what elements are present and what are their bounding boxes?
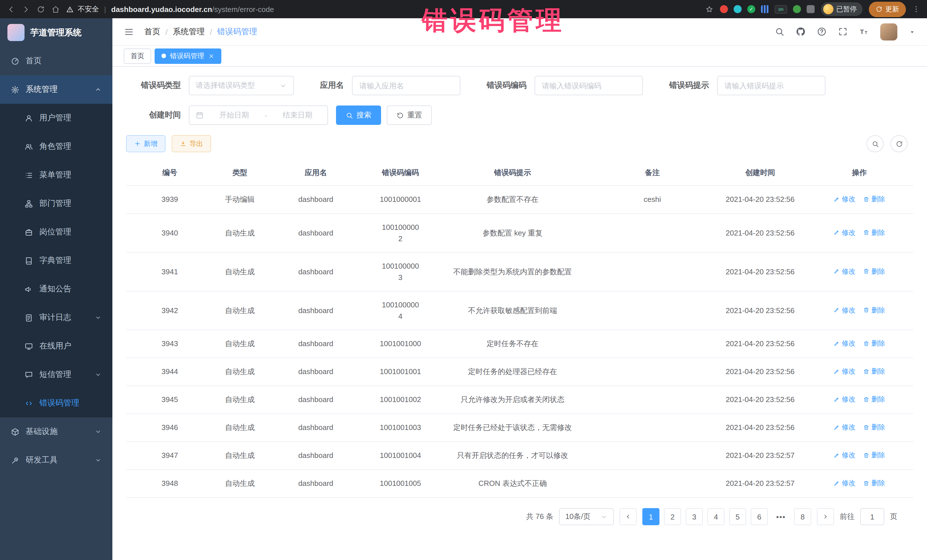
cell-message: CRON 表达式不正确 bbox=[436, 470, 590, 498]
delete-link[interactable]: 删除 bbox=[863, 366, 885, 376]
app-logo-row[interactable]: 芋道管理系统 bbox=[0, 18, 112, 47]
sidebar-item-roles[interactable]: 角色管理 bbox=[0, 132, 112, 161]
toggle-search-button[interactable] bbox=[866, 135, 884, 152]
page-button-4[interactable]: 4 bbox=[707, 508, 725, 525]
cell-time: 2021-04-20 23:52:56 bbox=[715, 186, 805, 214]
sidebar-item-menus[interactable]: 菜单管理 bbox=[0, 161, 112, 189]
browser-back-icon[interactable] bbox=[7, 5, 15, 14]
edit-link[interactable]: 修改 bbox=[834, 366, 856, 376]
close-icon[interactable] bbox=[208, 53, 214, 59]
bookmark-star-icon[interactable] bbox=[705, 5, 714, 14]
delete-link[interactable]: 删除 bbox=[863, 266, 885, 276]
edit-link[interactable]: 修改 bbox=[834, 478, 856, 488]
browser-profile-badge[interactable]: 已暂停 bbox=[821, 2, 863, 16]
tab-home[interactable]: 首页 bbox=[124, 48, 151, 64]
tab-error-codes[interactable]: 错误码管理 bbox=[155, 48, 221, 64]
browser-forward-icon[interactable] bbox=[22, 5, 30, 14]
delete-icon bbox=[863, 480, 870, 486]
delete-link[interactable]: 删除 bbox=[863, 305, 885, 315]
help-icon[interactable] bbox=[817, 27, 827, 36]
page-button-8[interactable]: 8 bbox=[794, 508, 811, 525]
create-time-range-picker[interactable]: 开始日期 - 结束日期 bbox=[189, 106, 328, 125]
font-size-icon[interactable]: TT bbox=[859, 27, 869, 36]
edit-link[interactable]: 修改 bbox=[834, 338, 856, 348]
extension-red-icon[interactable] bbox=[720, 5, 728, 13]
cell-remark bbox=[590, 252, 715, 291]
search-button[interactable]: 搜索 bbox=[336, 106, 381, 125]
extension-green-icon[interactable] bbox=[793, 5, 801, 13]
fullscreen-icon[interactable] bbox=[838, 27, 848, 36]
edit-link[interactable]: 修改 bbox=[834, 266, 856, 276]
avatar-caret-icon[interactable] bbox=[909, 28, 916, 35]
edit-link[interactable]: 修改 bbox=[834, 227, 856, 238]
user-avatar[interactable] bbox=[880, 23, 897, 40]
sidebar-item-sms[interactable]: 短信管理 bbox=[0, 360, 112, 389]
sidebar-item-error-codes[interactable]: 错误码管理 bbox=[0, 389, 112, 417]
goto-page-input[interactable] bbox=[860, 508, 884, 525]
page-button-3[interactable]: 3 bbox=[686, 508, 703, 525]
prev-page-button[interactable] bbox=[620, 508, 637, 525]
extension-on-badge[interactable]: on bbox=[775, 5, 787, 14]
delete-link[interactable]: 删除 bbox=[863, 338, 885, 348]
error-type-select[interactable]: 请选择错误码类型 bbox=[189, 76, 294, 95]
extension-green-check-icon[interactable] bbox=[747, 5, 755, 13]
page-button-6[interactable]: 6 bbox=[751, 508, 768, 525]
delete-link[interactable]: 删除 bbox=[863, 227, 885, 238]
page-button-1[interactable]: 1 bbox=[642, 508, 660, 525]
delete-link[interactable]: 删除 bbox=[863, 478, 885, 488]
edit-link[interactable]: 修改 bbox=[834, 394, 856, 404]
breadcrumb-item[interactable]: 系统管理 bbox=[173, 27, 205, 37]
extensions-puzzle-icon[interactable] bbox=[807, 5, 815, 13]
next-page-button[interactable] bbox=[817, 508, 834, 525]
error-message-input[interactable] bbox=[717, 76, 825, 95]
edit-link[interactable]: 修改 bbox=[834, 422, 856, 432]
sidebar-item-dev-tools[interactable]: 研发工具 bbox=[0, 446, 112, 475]
refresh-table-button[interactable] bbox=[891, 135, 907, 152]
delete-link[interactable]: 删除 bbox=[863, 394, 885, 404]
github-icon[interactable] bbox=[796, 27, 805, 36]
edit-icon bbox=[834, 452, 840, 458]
table-row: 3940自动生成dashboard100100000 2参数配置 key 重复2… bbox=[126, 214, 913, 252]
collapse-sidebar-icon[interactable] bbox=[124, 27, 134, 37]
cell-message: 定时任务不存在 bbox=[436, 330, 590, 358]
add-button[interactable]: 新增 bbox=[126, 135, 166, 152]
sidebar-item-infrastructure[interactable]: 基础设施 bbox=[0, 417, 112, 446]
export-button[interactable]: 导出 bbox=[172, 135, 211, 152]
sidebar-item-home[interactable]: 首页 bbox=[0, 47, 112, 75]
edit-link[interactable]: 修改 bbox=[834, 450, 856, 460]
error-code-input[interactable] bbox=[535, 76, 643, 95]
sidebar-item-notices[interactable]: 通知公告 bbox=[0, 275, 112, 304]
sidebar-item-system[interactable]: 系统管理 bbox=[0, 75, 112, 104]
sidebar-item-dictionaries[interactable]: 字典管理 bbox=[0, 246, 112, 275]
cell-id: 3944 bbox=[126, 358, 213, 386]
browser-reload-icon[interactable] bbox=[36, 5, 45, 14]
page-button-5[interactable]: 5 bbox=[729, 508, 746, 525]
page-ellipsis[interactable]: ••• bbox=[772, 508, 790, 525]
sidebar-item-online-users[interactable]: 在线用户 bbox=[0, 332, 112, 360]
edit-link[interactable]: 修改 bbox=[834, 194, 856, 204]
update-label: 更新 bbox=[885, 4, 899, 14]
extension-stats-icon[interactable] bbox=[761, 5, 769, 13]
reset-button[interactable]: 重置 bbox=[387, 106, 432, 125]
extension-teal-icon[interactable] bbox=[734, 5, 742, 13]
delete-link[interactable]: 删除 bbox=[863, 450, 885, 460]
sidebar-item-label: 系统管理 bbox=[26, 84, 58, 95]
edit-icon bbox=[834, 396, 840, 402]
address-bar[interactable]: 不安全 | dashboard.yudao.iocoder.cn/system/… bbox=[66, 4, 274, 14]
sidebar-item-users[interactable]: 用户管理 bbox=[0, 104, 112, 132]
browser-home-icon[interactable] bbox=[51, 5, 60, 14]
header-search-icon[interactable] bbox=[775, 27, 784, 36]
sidebar-item-audit-logs[interactable]: 审计日志 bbox=[0, 304, 112, 332]
sidebar-item-positions[interactable]: 岗位管理 bbox=[0, 218, 112, 246]
page-button-2[interactable]: 2 bbox=[664, 508, 681, 525]
delete-link[interactable]: 删除 bbox=[863, 422, 885, 432]
sidebar-item-departments[interactable]: 部门管理 bbox=[0, 189, 112, 218]
browser-update-button[interactable]: 更新 bbox=[869, 2, 906, 17]
browser-menu-icon[interactable] bbox=[912, 5, 920, 13]
app-name-input[interactable] bbox=[352, 76, 460, 95]
delete-icon bbox=[863, 307, 870, 313]
breadcrumb-item[interactable]: 首页 bbox=[144, 27, 160, 37]
edit-link[interactable]: 修改 bbox=[834, 305, 856, 315]
page-size-select[interactable]: 10条/页 bbox=[559, 508, 614, 525]
delete-link[interactable]: 删除 bbox=[863, 194, 885, 204]
